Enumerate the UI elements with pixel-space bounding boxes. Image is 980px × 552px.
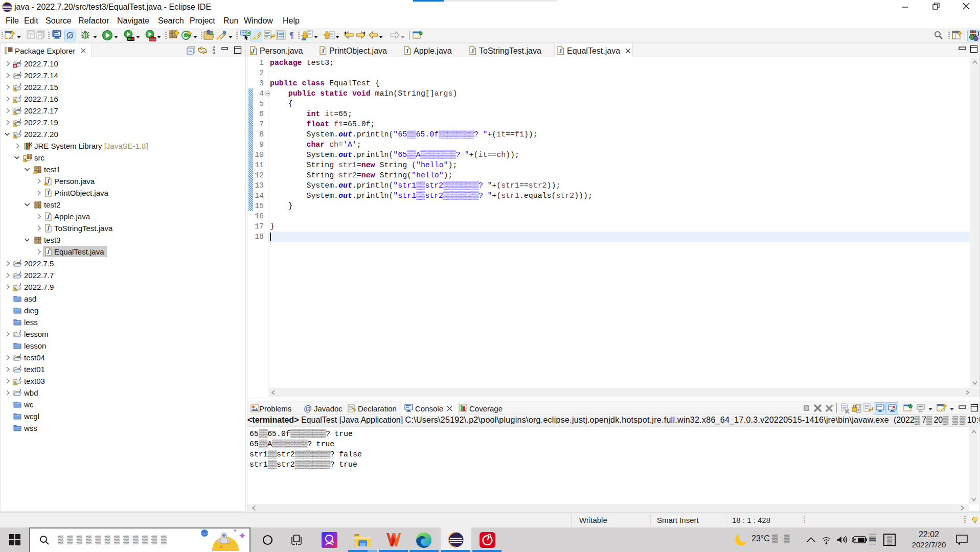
svg-text:J: J: [47, 225, 50, 232]
svg-text:J: J: [47, 249, 50, 255]
svg-text:J: J: [405, 48, 408, 55]
svg-text:J: J: [321, 48, 324, 55]
svg-text:J: J: [471, 48, 474, 55]
svg-text:¶: ¶: [289, 31, 294, 39]
svg-text:J: J: [559, 48, 562, 55]
svg-text:J: J: [47, 190, 50, 196]
svg-text:J: J: [47, 214, 50, 220]
